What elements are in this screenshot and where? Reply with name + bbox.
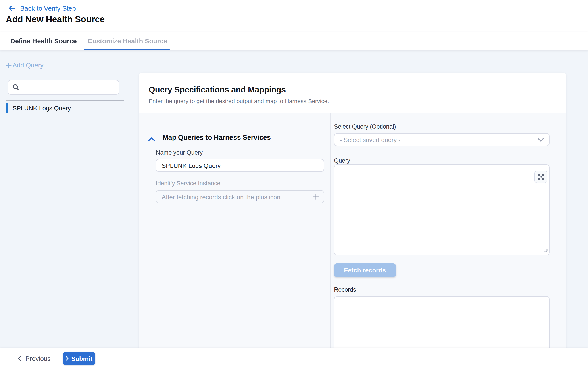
tabs: Define Health Source Customize Health So… (0, 32, 588, 50)
panel-body: Map Queries to Harness Services Name you… (139, 113, 566, 368)
tab-customize-health-source[interactable]: Customize Health Source (82, 32, 172, 50)
back-link-label: Back to Verify Step (20, 4, 76, 12)
tab-label: Define Health Source (10, 37, 77, 45)
search-input[interactable] (19, 80, 119, 94)
add-health-source-page: Back to Verify Step Add New Health Sourc… (0, 0, 588, 368)
panel-header: Query Specifications and Mappings Enter … (139, 73, 566, 113)
mapping-column: Map Queries to Harness Services Name you… (139, 113, 331, 368)
submit-button[interactable]: Submit (63, 352, 95, 365)
section-title: Map Queries to Harness Services (163, 134, 271, 142)
expand-query-button[interactable] (534, 171, 547, 183)
top-header: Back to Verify Step Add New Health Sourc… (0, 0, 588, 32)
tab-bar: Define Health Source Customize Health So… (0, 32, 588, 50)
tab-label: Customize Health Source (88, 37, 167, 45)
query-column: Select Query (Optional) - Select saved q… (331, 113, 566, 368)
query-label: Query (334, 157, 350, 164)
plus-icon[interactable] (313, 193, 319, 200)
tab-define-health-source[interactable]: Define Health Source (5, 32, 82, 50)
arrow-left-icon (9, 5, 16, 11)
records-label: Records (334, 286, 356, 293)
selected-query-accent-bar (6, 103, 8, 113)
chevron-left-icon (18, 356, 21, 361)
expand-icon (538, 174, 544, 180)
footer-bar: Previous Submit (0, 348, 588, 368)
fetch-records-button[interactable]: Fetch records (334, 264, 396, 277)
saved-query-dropdown-value: - Select saved query - (335, 136, 538, 143)
query-search-box (8, 80, 119, 95)
previous-button[interactable]: Previous (18, 352, 51, 365)
chevron-up-icon[interactable] (148, 135, 155, 143)
sidebar-divider (6, 101, 124, 101)
add-query-label: Add Query (12, 62, 44, 69)
submit-button-label: Submit (71, 355, 92, 362)
panel-subtitle: Enter the query to get the desired outpu… (149, 98, 566, 104)
plus-icon (6, 62, 12, 68)
query-textarea[interactable] (334, 164, 550, 256)
search-icon (12, 84, 19, 91)
query-item-label: SPLUNK Logs Query (12, 104, 71, 112)
page-title: Add New Health Source (6, 14, 105, 25)
service-instance-field (156, 190, 324, 203)
query-name-input[interactable] (156, 159, 324, 172)
service-instance-label: Identify Service Instance (156, 180, 220, 187)
saved-query-dropdown[interactable]: - Select saved query - (334, 133, 550, 146)
previous-button-label: Previous (26, 355, 51, 362)
name-query-label: Name your Query (156, 149, 203, 156)
query-specifications-panel: Query Specifications and Mappings Enter … (139, 73, 566, 368)
query-list-item-splunk-logs-query[interactable]: SPLUNK Logs Query (6, 103, 71, 113)
chevron-down-icon (538, 138, 544, 141)
select-query-label: Select Query (Optional) (334, 123, 396, 130)
back-link[interactable]: Back to Verify Step (9, 4, 76, 12)
panel-title: Query Specifications and Mappings (149, 85, 566, 95)
active-tab-indicator (84, 49, 170, 50)
service-instance-input[interactable] (156, 193, 313, 200)
add-query-button[interactable]: Add Query (6, 62, 44, 69)
resize-grip-icon[interactable] (544, 246, 548, 254)
chevron-right-icon (66, 356, 69, 361)
screen: Back to Verify Step Add New Health Sourc… (0, 0, 588, 368)
